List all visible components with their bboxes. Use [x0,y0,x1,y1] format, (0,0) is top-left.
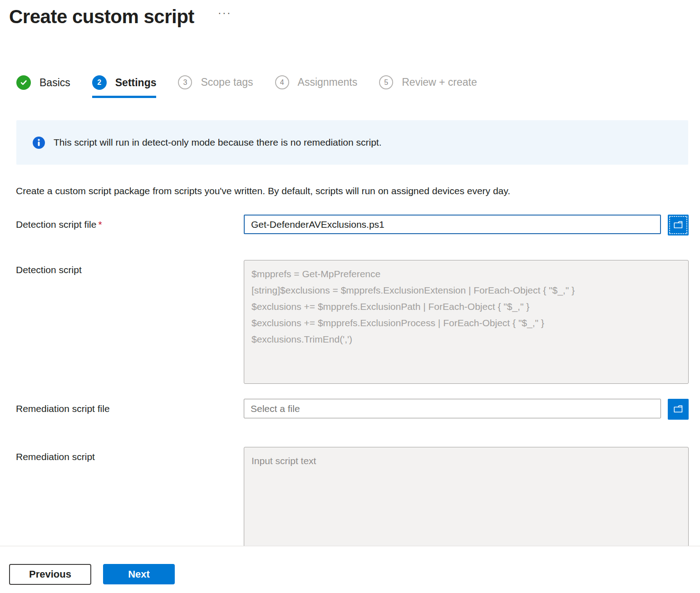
required-asterisk: * [98,219,102,230]
intro-text: Create a custom script package from scri… [16,186,689,196]
browse-detection-file-button[interactable] [668,215,689,235]
remediation-script-file-label: Remediation script file [16,399,244,420]
detection-script-row: Detection script $mpprefs = Get-MpPrefer… [16,260,689,384]
folder-icon [672,219,684,231]
detection-script-file-row: Detection script file* [16,215,689,235]
info-banner-message: This script will run in detect-only mode… [54,137,382,148]
previous-button[interactable]: Previous [9,564,91,585]
check-icon [16,75,31,90]
step-number-badge: 5 [379,75,393,89]
step-basics[interactable]: Basics [16,75,70,98]
step-label: Settings [115,77,157,89]
settings-form: Detection script file* Detection script … [16,215,689,546]
step-label: Review + create [402,76,477,88]
folder-icon [672,403,684,415]
header: Create custom script ··· [0,0,700,29]
info-icon [33,137,45,149]
remediation-script-label: Remediation script [16,447,244,546]
step-label: Scope tags [201,76,253,88]
step-number-badge: 4 [275,75,289,89]
page-title: Create custom script [9,5,194,29]
step-label: Basics [39,77,70,89]
main-content: Create custom script ··· Basics 2 Settin… [0,0,700,546]
step-scope-tags[interactable]: 3 Scope tags [178,75,253,98]
detection-script-file-label: Detection script file* [16,215,244,235]
detection-script-label: Detection script [16,260,244,384]
more-options-icon[interactable]: ··· [218,7,232,18]
detection-script-file-input[interactable] [244,215,661,234]
remediation-script-file-input[interactable] [244,399,661,418]
step-assignments[interactable]: 4 Assignments [275,75,358,98]
wizard-footer: Previous Next [0,546,700,593]
detection-script-textarea[interactable]: $mpprefs = Get-MpPreference [string]$exc… [244,260,689,384]
wizard-steps: Basics 2 Settings 3 Scope tags 4 Assignm… [16,75,700,98]
step-label: Assignments [298,76,358,88]
step-review-create[interactable]: 5 Review + create [379,75,477,98]
step-settings[interactable]: 2 Settings [92,75,157,98]
remediation-script-textarea[interactable] [244,447,689,546]
browse-remediation-file-button[interactable] [668,399,689,420]
step-number-badge: 2 [92,75,107,90]
remediation-script-row: Remediation script [16,447,689,546]
remediation-script-file-row: Remediation script file [16,399,689,420]
next-button[interactable]: Next [103,564,175,584]
step-number-badge: 3 [178,75,192,89]
info-banner: This script will run in detect-only mode… [16,120,688,165]
